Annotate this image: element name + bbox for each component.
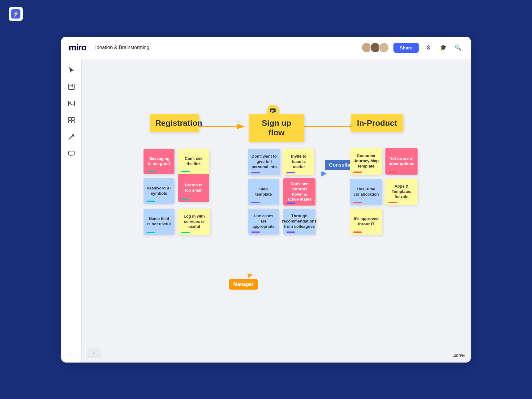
svg-rect-6 bbox=[72, 121, 74, 123]
svg-rect-4 bbox=[72, 117, 74, 120]
miro-logo: miro bbox=[69, 43, 86, 53]
sticky-indicator bbox=[286, 202, 295, 204]
sticky-dontwant: Don't want to give full personal info bbox=[248, 149, 280, 175]
avatar-group bbox=[361, 42, 389, 53]
header-divider bbox=[91, 43, 91, 53]
sticky-realtime: Real-time collaboration bbox=[350, 179, 382, 205]
sticky-approved: It's approved throur IT bbox=[350, 209, 382, 235]
sticky-indicator bbox=[286, 231, 295, 233]
sticky-messaging: Messaging is not good bbox=[144, 149, 174, 174]
sticky-dontseectrls: Don't see controls hover & active states bbox=[283, 178, 315, 206]
sticky-indicator bbox=[251, 172, 260, 173]
search-icon[interactable]: 🔍 bbox=[453, 42, 463, 53]
zoom-level: 400% bbox=[453, 353, 465, 358]
sticky-skiptemplate: Skip template bbox=[248, 179, 279, 205]
header: miro Ideation & Brainstorming Share ⚙ 🎓 … bbox=[61, 37, 471, 59]
board-title: Ideation & Brainstorming bbox=[95, 45, 149, 50]
sticky-indicator bbox=[181, 232, 190, 233]
outer-frame: miro Ideation & Brainstorming Share ⚙ 🎓 … bbox=[54, 30, 478, 370]
app-logo: ⚡ bbox=[9, 7, 23, 21]
sticky-namefield: Name field is not useful bbox=[144, 209, 174, 235]
canvas: Registration Sign up flow In-Product Mes… bbox=[82, 59, 471, 363]
line-tool[interactable] bbox=[66, 131, 77, 142]
board-container: miro Ideation & Brainstorming Share ⚙ 🎓 … bbox=[60, 36, 472, 363]
sticky-indicator bbox=[147, 201, 155, 202]
persona-manager: Manager bbox=[229, 279, 258, 290]
settings-icon[interactable]: ⚙ bbox=[423, 42, 434, 53]
svg-rect-0 bbox=[69, 84, 74, 90]
sticky-indicator bbox=[147, 171, 155, 172]
sticky-indicator bbox=[251, 202, 260, 203]
grid-tool[interactable] bbox=[66, 115, 77, 126]
avatar bbox=[379, 42, 389, 53]
svg-rect-5 bbox=[69, 121, 71, 123]
sticky-indicator bbox=[353, 231, 362, 233]
sticky-indicator bbox=[181, 199, 190, 200]
sticky-cantsee: Can't see the link bbox=[178, 149, 209, 174]
sticky-button: Button is too small bbox=[178, 174, 209, 202]
miro-icon: ⚡ bbox=[11, 9, 20, 19]
share-button[interactable]: Share bbox=[393, 43, 419, 53]
sticky-indicator bbox=[286, 172, 295, 173]
sticky-indicator bbox=[388, 172, 397, 173]
sidebar: ··· bbox=[61, 59, 82, 363]
sticky-indicator bbox=[353, 172, 362, 173]
sticky-password: Password 8+ symbols bbox=[144, 178, 174, 204]
sticky-indicator bbox=[353, 202, 362, 203]
comment-tool[interactable] bbox=[66, 148, 77, 159]
expand-button[interactable]: » bbox=[87, 348, 101, 358]
category-registration: Registration bbox=[150, 114, 199, 132]
svg-rect-7 bbox=[69, 151, 74, 155]
sticky-login: Log in with services is useful bbox=[178, 209, 210, 235]
sticky-indicator bbox=[147, 232, 155, 233]
sticky-usecases: Use cases are appropriate bbox=[248, 209, 279, 235]
graduation-cap-icon[interactable]: 🎓 bbox=[438, 42, 448, 53]
category-signup: Sign up flow bbox=[249, 114, 304, 142]
sticky-invite: Invite to team is useful bbox=[283, 149, 314, 175]
sticky-journeymap: Customer Journey Map template bbox=[350, 148, 382, 175]
main-area: ··· bbox=[61, 59, 471, 363]
sticky-indicator bbox=[388, 202, 397, 203]
sticky-indicator bbox=[181, 171, 190, 172]
category-inproduct: In-Product bbox=[351, 114, 403, 132]
image-tool[interactable] bbox=[66, 98, 77, 109]
more-tools[interactable]: ··· bbox=[68, 350, 75, 357]
sticky-indicator bbox=[251, 231, 260, 233]
header-right: Share ⚙ 🎓 🔍 bbox=[361, 42, 463, 53]
sticky-appstemplates: Apps & Templates for role bbox=[385, 179, 418, 205]
sticky-recommendations: Through recommendations from colleagues bbox=[283, 209, 315, 235]
svg-rect-3 bbox=[69, 117, 71, 120]
sticky-notaware: Not aware of other options bbox=[385, 148, 418, 175]
sticky-note-tool[interactable] bbox=[66, 81, 77, 92]
cursor-arrow bbox=[319, 170, 326, 176]
cursor-tool[interactable] bbox=[66, 65, 77, 76]
